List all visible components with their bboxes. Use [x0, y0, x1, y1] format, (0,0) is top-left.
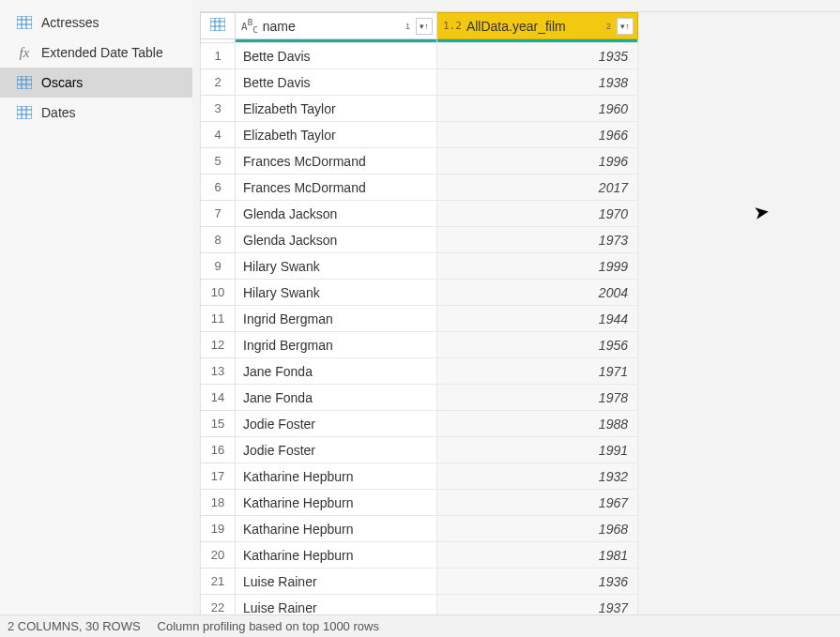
cell-year[interactable]: 2017	[437, 174, 638, 201]
row-number[interactable]: 19	[201, 516, 236, 542]
query-label: Extended Date Table	[41, 45, 163, 60]
table-row[interactable]: 12Ingrid Bergman1956	[201, 332, 638, 358]
row-number[interactable]: 14	[201, 385, 236, 411]
cell-year[interactable]: 1938	[437, 69, 638, 96]
cell-name[interactable]: Glenda Jackson	[236, 227, 437, 253]
row-number[interactable]: 18	[201, 490, 236, 516]
cell-year[interactable]: 1956	[437, 332, 638, 358]
table-row[interactable]: 14Jane Fonda1978	[201, 385, 638, 411]
cell-year[interactable]: 1996	[437, 148, 638, 174]
row-number[interactable]: 6	[201, 174, 236, 201]
row-number[interactable]: 7	[201, 201, 236, 227]
cell-name[interactable]: Jodie Foster	[236, 411, 437, 437]
cell-name[interactable]: Frances McDormand	[236, 174, 437, 201]
cell-year[interactable]: 1971	[437, 358, 638, 385]
table-row[interactable]: 10Hilary Swank2004	[201, 280, 638, 306]
table-row[interactable]: 7Glenda Jackson1970	[201, 201, 638, 227]
status-bar: 2 COLUMNS, 30 ROWS Column profiling base…	[0, 614, 840, 637]
cell-name[interactable]: Luise Rainer	[236, 569, 437, 595]
cell-name[interactable]: Hilary Swank	[236, 253, 437, 280]
table-row[interactable]: 9Hilary Swank1999	[201, 253, 638, 280]
column-quality-bar	[236, 39, 436, 42]
cell-year[interactable]: 1978	[437, 385, 638, 411]
row-number[interactable]: 9	[201, 253, 236, 280]
column-filter-button[interactable]: ▾↑	[416, 18, 433, 35]
cell-name[interactable]: Bette Davis	[236, 69, 437, 96]
row-number[interactable]: 20	[201, 542, 236, 569]
cell-year[interactable]: 1999	[437, 253, 638, 280]
cell-year[interactable]: 2004	[437, 280, 638, 306]
cell-year[interactable]: 1970	[437, 201, 638, 227]
query-item[interactable]: Actresses	[0, 8, 192, 38]
cell-year[interactable]: 1991	[437, 437, 638, 463]
cell-name[interactable]: Katharine Hepburn	[236, 463, 437, 490]
cell-year[interactable]: 1973	[437, 227, 638, 253]
row-number[interactable]: 15	[201, 411, 236, 437]
row-number[interactable]: 3	[201, 96, 236, 122]
query-item[interactable]: Dates	[0, 98, 192, 128]
table-row[interactable]: 5Frances McDormand1996	[201, 148, 638, 174]
cell-name[interactable]: Bette Davis	[236, 43, 437, 69]
row-number[interactable]: 4	[201, 122, 236, 148]
function-icon: fx	[17, 45, 32, 61]
cell-year[interactable]: 1968	[437, 516, 638, 542]
row-number[interactable]: 8	[201, 227, 236, 253]
row-number[interactable]: 16	[201, 437, 236, 463]
table-row[interactable]: 19Katharine Hepburn1968	[201, 516, 638, 542]
table-row[interactable]: 6Frances McDormand2017	[201, 174, 638, 201]
column-header-name[interactable]: ABC name 1 ▾↑	[236, 13, 437, 39]
table-row[interactable]: 21Luise Rainer1936	[201, 569, 638, 595]
query-item[interactable]: Oscars	[0, 68, 192, 98]
data-preview-pane: ABC name 1 ▾↑ 1.2	[192, 0, 840, 637]
row-number[interactable]: 11	[201, 306, 236, 332]
row-number[interactable]: 13	[201, 358, 236, 385]
column-filter-button[interactable]: ▾↑	[617, 18, 634, 35]
cell-name[interactable]: Glenda Jackson	[236, 201, 437, 227]
cell-year[interactable]: 1960	[437, 96, 638, 122]
cell-name[interactable]: Elizabeth Taylor	[236, 96, 437, 122]
cell-name[interactable]: Jane Fonda	[236, 385, 437, 411]
column-title: AllData.year_film	[466, 19, 602, 34]
cell-year[interactable]: 1932	[437, 463, 638, 490]
cell-year[interactable]: 1988	[437, 411, 638, 437]
cell-year[interactable]: 1981	[437, 542, 638, 569]
cell-name[interactable]: Katharine Hepburn	[236, 516, 437, 542]
cell-name[interactable]: Frances McDormand	[236, 148, 437, 174]
row-number[interactable]: 2	[201, 69, 236, 96]
row-number[interactable]: 17	[201, 463, 236, 490]
cell-year[interactable]: 1936	[437, 569, 638, 595]
cell-name[interactable]: Elizabeth Taylor	[236, 122, 437, 148]
cell-name[interactable]: Jane Fonda	[236, 358, 437, 385]
column-header-year-film[interactable]: 1.2 AllData.year_film 2 ▾↑	[437, 13, 638, 39]
table-row[interactable]: 4Elizabeth Taylor1966	[201, 122, 638, 148]
row-number[interactable]: 5	[201, 148, 236, 174]
table-row[interactable]: 18Katharine Hepburn1967	[201, 490, 638, 516]
table-row[interactable]: 3Elizabeth Taylor1960	[201, 96, 638, 122]
table-row[interactable]: 11Ingrid Bergman1944	[201, 306, 638, 332]
table-row[interactable]: 20Katharine Hepburn1981	[201, 542, 638, 569]
cell-year[interactable]: 1935	[437, 43, 638, 69]
cell-name[interactable]: Jodie Foster	[236, 437, 437, 463]
table-row[interactable]: 15Jodie Foster1988	[201, 411, 638, 437]
table-row[interactable]: 17Katharine Hepburn1932	[201, 463, 638, 490]
cell-year[interactable]: 1966	[437, 122, 638, 148]
cell-name[interactable]: Katharine Hepburn	[236, 542, 437, 569]
cell-name[interactable]: Katharine Hepburn	[236, 490, 437, 516]
row-number[interactable]: 1	[201, 43, 236, 69]
cell-name[interactable]: Ingrid Bergman	[236, 306, 437, 332]
cell-year[interactable]: 1944	[437, 306, 638, 332]
row-number[interactable]: 10	[201, 280, 236, 306]
cell-year[interactable]: 1967	[437, 490, 638, 516]
table-row[interactable]: 2Bette Davis1938	[201, 69, 638, 96]
table-row[interactable]: 8Glenda Jackson1973	[201, 227, 638, 253]
status-summary: 2 COLUMNS, 30 ROWS	[8, 619, 141, 633]
table-row[interactable]: 1Bette Davis1935	[201, 43, 638, 69]
cell-name[interactable]: Hilary Swank	[236, 280, 437, 306]
row-number[interactable]: 21	[201, 569, 236, 595]
query-item[interactable]: fxExtended Date Table	[0, 38, 192, 68]
cell-name[interactable]: Ingrid Bergman	[236, 332, 437, 358]
row-number[interactable]: 12	[201, 332, 236, 358]
table-row[interactable]: 16Jodie Foster1991	[201, 437, 638, 463]
table-corner-button[interactable]	[201, 13, 236, 39]
table-row[interactable]: 13Jane Fonda1971	[201, 358, 638, 385]
